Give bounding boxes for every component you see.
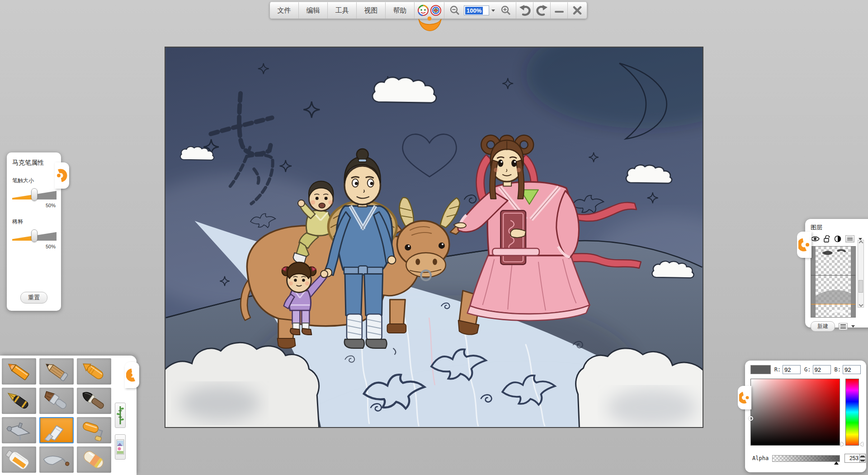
minimize-button[interactable] — [551, 2, 567, 19]
redo-arrow-icon — [536, 5, 548, 16]
hue-marker-left[interactable] — [841, 442, 844, 446]
marker-properties-panel: 马克笔属性 笔触大小 50% 稀释 50% 重置 — [7, 152, 61, 311]
undo-button[interactable] — [516, 2, 533, 19]
layers-panel-title: 图层 — [811, 223, 868, 232]
tool-palette-rail — [111, 356, 137, 475]
undo-arrow-icon — [519, 5, 531, 16]
new-layer-button[interactable]: 新建 — [811, 321, 835, 332]
b-label: B: — [835, 366, 841, 373]
scroll-up-icon[interactable] — [859, 241, 863, 245]
scroll-down-icon[interactable] — [859, 303, 863, 307]
half-tone-circle-icon[interactable] — [834, 235, 841, 242]
tool-palette-knife[interactable] — [39, 446, 74, 473]
menu-edit[interactable]: 编辑 — [299, 2, 328, 19]
visibility-eye-icon[interactable] — [811, 236, 820, 242]
r-label: R: — [774, 366, 781, 373]
unlock-icon[interactable] — [824, 235, 830, 242]
tool-palette-collapse-handle[interactable] — [125, 362, 139, 388]
current-color-swatch — [750, 365, 771, 374]
g-label: G: — [804, 366, 811, 373]
zoom-out-button[interactable] — [446, 5, 463, 16]
menu-file[interactable]: 文件 — [270, 2, 299, 19]
close-x-icon — [572, 5, 582, 15]
alpha-pointer[interactable] — [834, 461, 839, 465]
alpha-label: Alpha — [752, 455, 769, 461]
hue-marker-right[interactable] — [860, 442, 863, 446]
tool-paint-tube[interactable] — [2, 446, 36, 473]
g-input[interactable] — [813, 365, 831, 374]
b-input[interactable] — [843, 365, 861, 374]
tool-paint-roller[interactable] — [77, 417, 111, 443]
close-button[interactable] — [568, 2, 587, 19]
dilution-label: 稀释 — [12, 218, 56, 226]
bamboo-stamp-button[interactable] — [115, 403, 126, 428]
chevron-down-icon — [491, 10, 495, 12]
layer-row-paint-selected[interactable] — [811, 276, 855, 304]
tool-marker-selected[interactable] — [39, 417, 74, 443]
menu-view[interactable]: 视图 — [357, 2, 386, 19]
tool-flat-brush[interactable] — [39, 388, 74, 414]
reset-button[interactable]: 重置 — [20, 292, 47, 304]
dilution-value: 50% — [12, 244, 56, 249]
brush-size-value: 50% — [12, 203, 56, 208]
menu-help[interactable]: 帮助 — [386, 2, 415, 19]
brush-size-slider[interactable] — [12, 188, 57, 201]
picture-icon — [116, 437, 124, 457]
tool-palette — [0, 356, 137, 475]
spinner-up-icon[interactable] — [860, 454, 865, 458]
color-panel-collapse-handle[interactable] — [738, 386, 751, 409]
tool-grid — [0, 356, 111, 475]
scroll-thumb[interactable] — [859, 280, 863, 293]
layer-menu-button[interactable] — [845, 235, 854, 242]
magnifier-plus-icon — [500, 5, 511, 16]
tool-ink-brush[interactable] — [77, 388, 111, 414]
zoom-controls: 100% — [444, 2, 516, 19]
alpha-spinner[interactable] — [860, 454, 866, 463]
panel-grip-icon — [798, 236, 810, 254]
menu-tools[interactable]: 工具 — [328, 2, 357, 19]
marker-panel-collapse-handle[interactable] — [55, 162, 69, 189]
layer-row-sketch[interactable] — [811, 247, 855, 276]
color-picker-panel: R: G: B: Alpha — [745, 361, 866, 472]
zoom-level-value: 100% — [465, 7, 483, 14]
redo-button[interactable] — [533, 2, 550, 19]
marker-panel-title: 马克笔属性 — [12, 159, 56, 167]
tool-eraser[interactable] — [77, 446, 111, 473]
layers-panel-collapse-handle[interactable] — [797, 232, 811, 258]
zoom-dropdown-button[interactable] — [490, 5, 496, 15]
layers-panel: 图层 — [805, 219, 868, 328]
dilution-slider[interactable] — [12, 229, 57, 242]
tool-airbrush[interactable] — [2, 417, 36, 443]
sv-marker[interactable] — [749, 416, 753, 421]
tool-crayon[interactable] — [77, 358, 111, 385]
clown-face-logo-icon — [415, 2, 444, 19]
panel-grip-icon — [126, 366, 138, 384]
toolbar: 文件 编辑 工具 视图 帮助 — [269, 2, 587, 19]
drawing-canvas[interactable] — [165, 47, 703, 428]
dilution-handle[interactable] — [31, 229, 38, 242]
zoom-level-field[interactable]: 100% — [464, 5, 489, 15]
layer-list — [811, 246, 856, 318]
desktop: 文件 编辑 工具 视图 帮助 — [0, 0, 868, 475]
panel-grip-icon — [56, 166, 68, 185]
tool-fountain-pen[interactable] — [2, 388, 36, 414]
layers-bottom-menu-button[interactable] — [839, 323, 848, 330]
layers-bottom-menu-caret-icon[interactable] — [851, 325, 855, 328]
r-input[interactable] — [783, 365, 801, 374]
saturation-value-field[interactable] — [750, 379, 840, 446]
brush-size-handle[interactable] — [31, 188, 38, 201]
layer-row-partial[interactable] — [811, 304, 855, 317]
picture-stamp-button[interactable] — [115, 434, 126, 460]
panel-grip-icon — [739, 390, 750, 406]
bamboo-icon — [117, 405, 124, 425]
qixi-illustration — [165, 48, 703, 427]
zoom-in-button[interactable] — [497, 5, 514, 16]
hue-bar[interactable] — [845, 379, 859, 446]
layer-scrollbar[interactable] — [858, 240, 864, 308]
alpha-input[interactable] — [844, 454, 860, 463]
alpha-slider[interactable] — [772, 455, 840, 462]
tool-pencil[interactable] — [39, 358, 74, 385]
brush-size-label: 笔触大小 — [12, 177, 56, 185]
spinner-down-icon[interactable] — [860, 458, 865, 462]
tool-colored-pencil[interactable] — [2, 358, 36, 385]
